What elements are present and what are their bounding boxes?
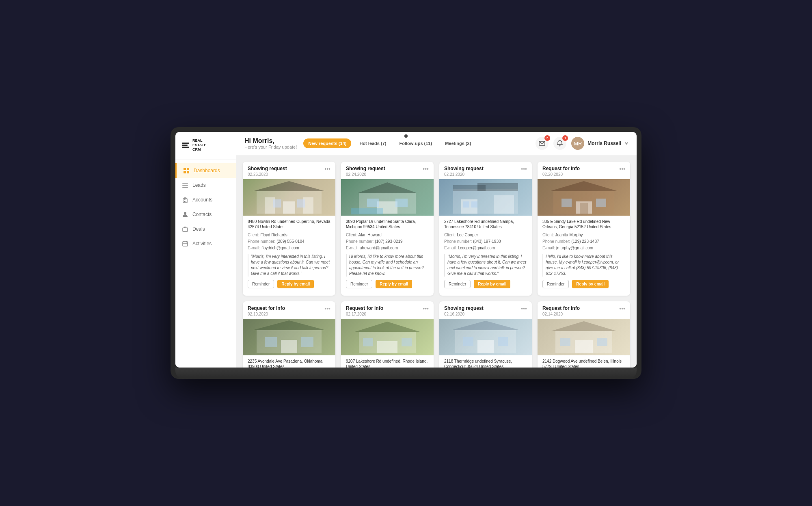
card-header: Showing request 02.26.2020 ••• <box>243 162 335 179</box>
tab-followups[interactable]: Follow-ups (11) <box>394 138 437 148</box>
card-2: Showing request 02.21.2020 ••• 2727 Lake… <box>439 162 532 296</box>
card-actions: Reminder Reply by email <box>542 280 625 292</box>
reminder-button[interactable]: Reminder <box>248 280 274 288</box>
header-right: 5 1 MR Morris Russell <box>536 137 628 150</box>
main-content: Hi Morris, Here's your Friday update! Ne… <box>236 132 637 368</box>
sidebar-item-leads[interactable]: Leads <box>175 178 236 192</box>
notification-button[interactable]: 1 <box>553 137 566 150</box>
svg-rect-9 <box>186 199 186 200</box>
card-actions: Reminder Reply by email <box>346 280 429 292</box>
svg-marker-41 <box>549 181 618 191</box>
svg-rect-7 <box>183 199 187 203</box>
card-type: Request for info <box>248 305 285 311</box>
card-type: Showing request <box>444 305 484 311</box>
card-menu-icon[interactable]: ••• <box>423 166 429 172</box>
logo: REAL ESTATE CRM <box>175 132 236 160</box>
house-svg <box>341 179 434 216</box>
card-menu-icon[interactable]: ••• <box>324 166 330 172</box>
card-date: 02.26.2020 <box>248 172 287 177</box>
svg-rect-38 <box>463 201 469 208</box>
card-body: 2727 Lakeshore Rd undefined Nampa, Tenne… <box>439 216 532 296</box>
house-svg <box>341 319 434 355</box>
sidebar-item-accounts[interactable]: Accounts <box>175 192 236 207</box>
svg-rect-14 <box>183 242 188 246</box>
house-svg <box>243 319 335 355</box>
svg-rect-65 <box>597 338 607 346</box>
card-type: Showing request <box>248 166 287 171</box>
card-date: 02.19.2020 <box>248 312 285 316</box>
svg-rect-54 <box>363 338 373 346</box>
reply-button[interactable]: Reply by email <box>572 280 609 288</box>
sidebar-item-label: Activities <box>192 241 212 247</box>
card-actions: Reminder Reply by email <box>248 280 330 292</box>
svg-rect-10 <box>184 201 185 202</box>
svg-rect-1 <box>187 168 189 170</box>
card-date: 02.14.2020 <box>542 312 580 316</box>
svg-rect-60 <box>498 337 508 346</box>
card-7: Request for info 02.14.2020 ••• 2142 Dog… <box>538 301 630 368</box>
tab-new-requests[interactable]: New requests (14) <box>303 138 351 148</box>
card-header: Showing request 02.21.2020 ••• <box>439 162 532 179</box>
svg-rect-2 <box>184 171 186 173</box>
sidebar-item-deals[interactable]: Deals <box>175 222 236 236</box>
card-header: Request for info 02.19.2020 ••• <box>243 301 335 319</box>
avatar: MR <box>571 137 584 150</box>
card-menu-icon[interactable]: ••• <box>619 305 625 312</box>
card-message: "Morris, i'm very interested in this lis… <box>444 254 527 277</box>
cards-grid: Showing request 02.26.2020 ••• 8480 Nowl… <box>243 162 630 368</box>
sidebar-item-contacts[interactable]: Contacts <box>175 207 236 222</box>
card-header: Showing request 02.16.2020 ••• <box>439 301 532 319</box>
card-menu-icon[interactable]: ••• <box>423 305 429 312</box>
reply-button[interactable]: Reply by email <box>474 280 510 288</box>
card-body: 335 E Sandy Lake Rd undefined New Orlean… <box>538 216 630 296</box>
svg-rect-48 <box>281 340 297 353</box>
card-3: Request for info 02.20.2020 ••• 335 E Sa… <box>538 162 630 296</box>
notif-badge: 1 <box>562 135 568 141</box>
sidebar-item-label: Deals <box>192 226 205 232</box>
card-header: Showing request 02.24.2020 ••• <box>341 162 434 179</box>
house-svg <box>243 179 335 216</box>
svg-rect-0 <box>184 168 186 170</box>
svg-marker-57 <box>451 321 520 330</box>
svg-marker-21 <box>253 181 326 191</box>
header-left: Hi Morris, Here's your Friday update! Ne… <box>244 137 476 149</box>
card-menu-icon[interactable]: ••• <box>521 305 527 312</box>
reminder-button[interactable]: Reminder <box>444 280 471 288</box>
card-address: 8480 Nowlin Rd undefined Cupertino, Neva… <box>248 219 330 229</box>
svg-rect-8 <box>184 199 185 200</box>
svg-rect-30 <box>367 199 379 207</box>
svg-rect-11 <box>186 201 186 202</box>
card-type: Request for info <box>542 166 580 171</box>
sidebar-item-dashboards[interactable]: Dashboards <box>175 163 236 178</box>
svg-point-19 <box>559 145 561 147</box>
card-menu-icon[interactable]: ••• <box>324 305 330 312</box>
card-5: Request for info 02.17.2020 ••• 9207 Lak… <box>341 301 434 368</box>
reply-button[interactable]: Reply by email <box>277 280 314 288</box>
card-actions: Reminder Reply by email <box>444 280 527 292</box>
card-type: Request for info <box>346 305 383 311</box>
card-body: 2142 Dogwood Ave undefined Belen, Illino… <box>538 355 630 368</box>
card-address: 335 E Sandy Lake Rd undefined New Orlean… <box>542 219 625 229</box>
cards-area: Showing request 02.26.2020 ••• 8480 Nowl… <box>236 155 637 368</box>
card-menu-icon[interactable]: ••• <box>521 166 527 172</box>
card-menu-icon[interactable]: ••• <box>619 166 625 172</box>
card-type: Showing request <box>346 166 385 171</box>
grid-icon <box>183 167 190 174</box>
user-profile[interactable]: MR Morris Russell <box>571 137 628 150</box>
sidebar-item-activities[interactable]: Activities <box>175 236 236 251</box>
svg-rect-5 <box>182 185 188 186</box>
email-button[interactable]: 5 <box>536 137 549 150</box>
tab-meetings[interactable]: Meetings (2) <box>440 138 476 148</box>
svg-rect-35 <box>477 183 518 191</box>
svg-rect-44 <box>596 199 606 207</box>
tab-hot-leads[interactable]: Hot leads (7) <box>354 138 391 148</box>
sidebar-nav: Dashboards Leads <box>175 160 236 254</box>
user-name: Morris Russell <box>587 141 621 146</box>
email-badge: 5 <box>544 135 550 141</box>
reminder-button[interactable]: Reminder <box>346 280 372 288</box>
reply-button[interactable]: Reply by email <box>376 280 412 288</box>
reminder-button[interactable]: Reminder <box>542 280 569 288</box>
svg-marker-28 <box>357 182 418 193</box>
card-date: 02.17.2020 <box>346 312 383 316</box>
svg-rect-53 <box>377 341 397 353</box>
